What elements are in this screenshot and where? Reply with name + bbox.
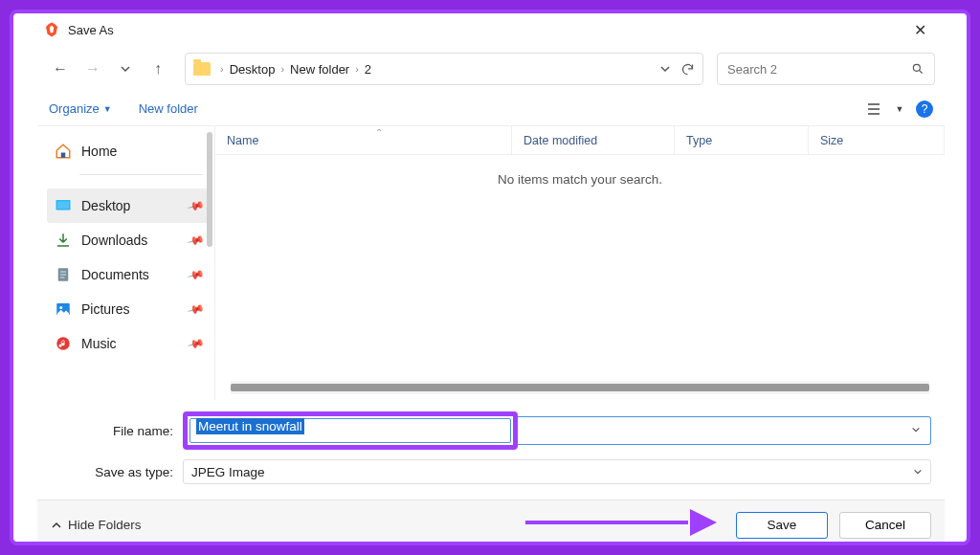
view-options-button[interactable] bbox=[858, 97, 891, 122]
address-dropdown-icon[interactable] bbox=[659, 63, 671, 75]
hide-folders-toggle[interactable]: Hide Folders bbox=[51, 518, 142, 532]
divider bbox=[79, 174, 203, 175]
chevron-up-icon bbox=[51, 520, 62, 531]
pin-icon: 📌 bbox=[187, 231, 206, 250]
close-icon[interactable]: ✕ bbox=[901, 16, 939, 43]
filename-label: File name: bbox=[51, 424, 183, 438]
form-area: File name: Meerut in snowfall Save as ty… bbox=[37, 400, 945, 494]
new-folder-button[interactable]: New folder bbox=[139, 101, 198, 116]
column-size[interactable]: Size bbox=[809, 126, 945, 154]
filename-input-extend[interactable] bbox=[518, 416, 931, 445]
desktop-icon bbox=[55, 197, 72, 214]
downloads-icon bbox=[55, 232, 72, 249]
horizontal-scrollbar[interactable] bbox=[231, 381, 929, 394]
sidebar-item-documents[interactable]: Documents 📌 bbox=[47, 257, 211, 292]
sidebar-item-label: Pictures bbox=[81, 301, 130, 317]
sidebar-item-pictures[interactable]: Pictures 📌 bbox=[47, 292, 211, 326]
search-box[interactable] bbox=[717, 53, 935, 85]
chevron-down-icon bbox=[913, 467, 923, 477]
annotation-highlight: Meerut in snowfall bbox=[183, 411, 518, 450]
sidebar-item-desktop[interactable]: Desktop 📌 bbox=[47, 189, 211, 223]
savetype-dropdown[interactable]: JPEG Image bbox=[183, 459, 931, 484]
chevron-down-icon: ▼ bbox=[896, 104, 904, 114]
sidebar-item-music[interactable]: Music 📌 bbox=[47, 326, 211, 361]
view-dropdown[interactable]: ▼ bbox=[891, 97, 908, 122]
breadcrumb-item[interactable]: 2 bbox=[365, 62, 371, 77]
chevron-right-icon: › bbox=[280, 63, 284, 75]
address-bar[interactable]: › Desktop › New folder › 2 bbox=[185, 53, 703, 85]
filename-input[interactable]: Meerut in snowfall bbox=[189, 418, 511, 443]
chevron-right-icon: › bbox=[220, 63, 224, 75]
column-type[interactable]: Type bbox=[675, 126, 809, 154]
home-icon bbox=[55, 143, 72, 160]
up-button[interactable]: ↑ bbox=[145, 56, 171, 82]
chevron-right-icon: › bbox=[355, 63, 359, 75]
svg-line-1 bbox=[920, 71, 923, 74]
sidebar-item-label: Documents bbox=[81, 267, 149, 282]
sort-indicator-icon: ⌃ bbox=[375, 127, 383, 138]
svg-rect-5 bbox=[61, 153, 66, 158]
search-input[interactable] bbox=[727, 62, 911, 77]
pin-icon: 📌 bbox=[187, 300, 206, 319]
column-headers: Name ⌃ Date modified Type Size bbox=[215, 126, 945, 155]
toolbar: Organize▼ New folder ▼ ? bbox=[37, 92, 945, 126]
recent-dropdown[interactable] bbox=[112, 56, 139, 82]
svg-rect-7 bbox=[57, 202, 69, 210]
pin-icon: 📌 bbox=[187, 265, 206, 284]
cancel-button[interactable]: Cancel bbox=[839, 512, 931, 539]
pin-icon: 📌 bbox=[187, 196, 206, 215]
forward-button[interactable]: → bbox=[79, 56, 106, 82]
column-name[interactable]: Name ⌃ bbox=[215, 126, 512, 154]
sidebar-item-label: Home bbox=[81, 144, 117, 159]
breadcrumb-item[interactable]: Desktop bbox=[230, 62, 276, 77]
column-date[interactable]: Date modified bbox=[512, 126, 675, 154]
sidebar-item-label: Music bbox=[81, 336, 117, 351]
filename-dropdown[interactable] bbox=[902, 417, 930, 442]
savetype-label: Save as type: bbox=[51, 465, 183, 479]
organize-menu[interactable]: Organize▼ bbox=[49, 101, 112, 116]
documents-icon bbox=[55, 266, 72, 283]
window-title: Save As bbox=[68, 23, 114, 37]
sidebar-scrollbar[interactable] bbox=[207, 132, 212, 247]
music-icon bbox=[55, 335, 72, 352]
svg-point-0 bbox=[913, 64, 920, 71]
sidebar-item-label: Desktop bbox=[81, 198, 130, 213]
svg-point-14 bbox=[59, 306, 62, 309]
sidebar-item-label: Downloads bbox=[81, 233, 147, 248]
pin-icon: 📌 bbox=[187, 334, 206, 353]
search-icon[interactable] bbox=[911, 62, 924, 76]
breadcrumb-item[interactable]: New folder bbox=[290, 62, 349, 77]
back-button[interactable]: ← bbox=[47, 56, 74, 82]
sidebar-item-home[interactable]: Home bbox=[47, 134, 211, 168]
refresh-icon[interactable] bbox=[680, 62, 695, 77]
help-button[interactable]: ? bbox=[916, 100, 933, 118]
titlebar: Save As ✕ bbox=[37, 13, 945, 46]
main-area: Home Desktop 📌 Downloads 📌 Documents 📌 P… bbox=[37, 126, 945, 400]
nav-row: ← → ↑ › Desktop › New folder › 2 bbox=[37, 46, 945, 92]
save-as-dialog: Save As ✕ ← → ↑ › Desktop › New folder ›… bbox=[37, 13, 945, 545]
footer: Hide Folders Save Cancel bbox=[37, 500, 945, 545]
chevron-down-icon: ▼ bbox=[103, 104, 112, 114]
folder-icon bbox=[193, 62, 211, 76]
sidebar-item-downloads[interactable]: Downloads 📌 bbox=[47, 223, 211, 257]
brave-icon bbox=[43, 21, 60, 38]
file-pane: Name ⌃ Date modified Type Size No items … bbox=[214, 126, 945, 400]
sidebar: Home Desktop 📌 Downloads 📌 Documents 📌 P… bbox=[37, 126, 214, 400]
empty-message: No items match your search. bbox=[215, 155, 945, 381]
pictures-icon bbox=[55, 300, 72, 318]
save-button[interactable]: Save bbox=[736, 512, 828, 539]
